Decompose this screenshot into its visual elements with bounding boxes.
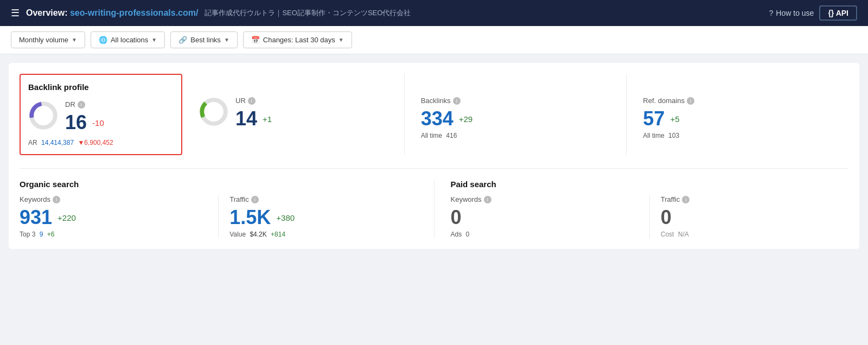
changes-button[interactable]: 📅 Changes: Last 30 days ▼: [243, 31, 352, 48]
paid-traffic-info[interactable]: i: [682, 196, 690, 203]
ur-content: UR i 14 +1: [235, 97, 272, 132]
paid-keywords-metric: Keywords i 0 Ads 0: [451, 195, 650, 238]
dr-info-icon[interactable]: i: [78, 101, 85, 108]
ref-domains-main: 57 +5: [643, 109, 832, 129]
ur-label: UR: [235, 97, 246, 105]
ar-row: AR 14,414,387 ▼6,900,452: [28, 139, 174, 146]
changes-label: Changes: Last 30 days: [263, 36, 335, 44]
ref-domains-alltime-label: All time: [643, 132, 664, 139]
header-title: Overview: seo-writing-professionals.com/: [26, 8, 198, 18]
dr-main: 16 -10: [65, 113, 104, 132]
dropdown-arrow-monthly: ▼: [72, 37, 77, 43]
dr-label: DR: [65, 100, 75, 108]
all-locations-label: All locations: [111, 36, 148, 44]
ref-domains-info-icon[interactable]: i: [687, 97, 694, 105]
ur-change: +1: [263, 114, 272, 124]
dr-donut-svg: [28, 100, 59, 131]
organic-traffic-label: Traffic: [229, 195, 248, 203]
ur-metric: UR i 14 +1: [199, 97, 388, 132]
traffic-value-change: +814: [271, 231, 285, 238]
top3-label: Top 3: [20, 231, 35, 238]
ur-donut-chart: [199, 97, 229, 127]
how-to-use-button[interactable]: ? How to use: [769, 9, 814, 17]
paid-traffic-cost: Cost N/A: [661, 231, 848, 238]
organic-traffic-change: +380: [276, 213, 295, 222]
ur-info-icon[interactable]: i: [248, 97, 256, 105]
dropdown-arrow-links: ▼: [224, 37, 229, 43]
ar-value: 14,414,387: [41, 139, 74, 146]
ar-label: AR: [28, 139, 37, 146]
backlinks-main: 334 +29: [421, 109, 610, 129]
dr-value: 16: [65, 113, 87, 132]
api-button[interactable]: {} API: [819, 5, 857, 21]
dropdown-arrow-locations: ▼: [151, 37, 157, 43]
toolbar: Monthly volume ▼ 🌐 All locations ▼ 🔗 Bes…: [0, 26, 868, 54]
backlink-profile-title: Backlink profile: [28, 82, 174, 92]
header-subtitle: 記事作成代行ウルトラ｜SEO記事制作・コンテンツSEO代行会社: [205, 8, 762, 18]
all-locations-button[interactable]: 🌐 All locations ▼: [91, 31, 165, 48]
ur-header: UR i: [235, 97, 272, 105]
header: ☰ Overview: seo-writing-professionals.co…: [0, 0, 868, 26]
paid-keywords-info[interactable]: i: [484, 196, 492, 203]
globe-icon: 🌐: [99, 36, 107, 44]
backlinks-label: Backlinks: [421, 97, 451, 105]
ref-domains-label: Ref. domains: [643, 97, 685, 105]
api-label: {} API: [828, 9, 848, 17]
organic-search-section: Organic search Keywords i 931 +220 Top 3: [20, 180, 434, 238]
best-links-button[interactable]: 🔗 Best links ▼: [170, 31, 238, 48]
paid-keywords-header: Keywords i: [451, 195, 639, 203]
top3-value: 9: [40, 231, 43, 238]
main-content: Backlink profile DR i: [0, 54, 868, 258]
top3-change: +6: [47, 231, 55, 238]
question-icon: ?: [769, 9, 774, 17]
organic-metrics-row: Keywords i 931 +220 Top 3 9 +6: [20, 195, 418, 238]
ref-domains-change: +5: [670, 114, 679, 124]
paid-traffic-metric: Traffic i 0 Cost N/A: [650, 195, 848, 238]
cost-label: Cost: [661, 231, 674, 238]
organic-keywords-main: 931 +220: [20, 208, 207, 227]
paid-search-section: Paid search Keywords i 0 Ads 0: [434, 180, 849, 238]
domain-link[interactable]: seo-writing-professionals.com/: [70, 8, 198, 17]
ur-donut-svg: [199, 97, 229, 127]
paid-metrics-row: Keywords i 0 Ads 0 Traffic: [451, 195, 849, 238]
header-actions: ? How to use {} API: [769, 5, 857, 21]
organic-traffic-info[interactable]: i: [251, 196, 259, 203]
ur-main: 14 +1: [235, 109, 272, 129]
paid-keywords-value: 0: [451, 208, 462, 227]
paid-traffic-main: 0: [661, 208, 848, 227]
organic-keywords-header: Keywords i: [20, 195, 207, 203]
backlinks-alltime-value: 416: [446, 132, 457, 139]
monthly-volume-button[interactable]: Monthly volume ▼: [11, 31, 85, 48]
backlinks-header: Backlinks i: [421, 97, 610, 105]
ads-value: 0: [466, 231, 470, 238]
paid-traffic-label: Traffic: [661, 195, 680, 203]
ar-change: ▼6,900,452: [78, 139, 113, 146]
backlink-profile-card: Backlink profile DR i: [20, 74, 182, 155]
organic-traffic-header: Traffic i: [229, 195, 417, 203]
ur-card: UR i 14 +1: [182, 74, 405, 155]
organic-traffic-main: 1.5K +380: [229, 208, 417, 227]
title-prefix: Overview:: [26, 8, 70, 17]
organic-search-title: Organic search: [20, 180, 418, 189]
ref-domains-card: Ref. domains i 57 +5 All time 103: [627, 74, 848, 155]
backlinks-info-icon[interactable]: i: [453, 97, 461, 105]
menu-icon[interactable]: ☰: [11, 7, 20, 19]
dr-change: -10: [92, 118, 104, 127]
organic-keywords-info[interactable]: i: [53, 196, 60, 203]
paid-search-title: Paid search: [451, 180, 849, 189]
ref-domains-alltime: All time 103: [643, 132, 832, 139]
traffic-value-label: Value: [229, 231, 246, 238]
dr-header: DR i: [65, 100, 104, 108]
organic-keywords-metric: Keywords i 931 +220 Top 3 9 +6: [20, 195, 219, 238]
top-metrics-row: Backlink profile DR i: [20, 74, 848, 169]
organic-keywords-top3: Top 3 9 +6: [20, 231, 207, 238]
paid-keywords-main: 0: [451, 208, 639, 227]
dr-donut-chart: [28, 100, 59, 131]
best-links-label: Best links: [190, 36, 221, 44]
dropdown-arrow-changes: ▼: [339, 37, 344, 43]
how-to-use-label: How to use: [776, 9, 814, 17]
paid-traffic-header: Traffic i: [661, 195, 848, 203]
monthly-volume-label: Monthly volume: [19, 36, 68, 44]
organic-keywords-value: 931: [20, 208, 52, 227]
cost-value: N/A: [678, 231, 689, 238]
